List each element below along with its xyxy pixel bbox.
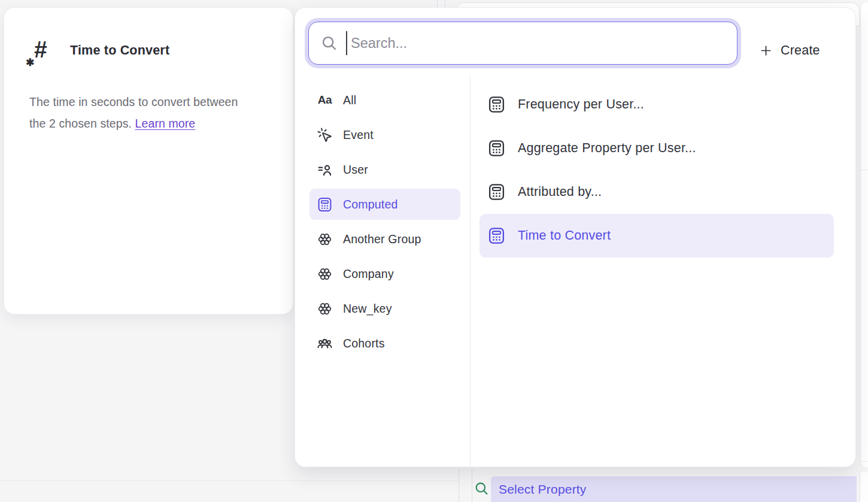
search-icon bbox=[321, 35, 338, 52]
background-divider bbox=[445, 0, 445, 7]
metric-item-time-to-convert[interactable]: Time to Convert bbox=[479, 214, 834, 258]
search-box bbox=[308, 22, 738, 65]
cohorts-icon bbox=[317, 335, 333, 352]
calculator-icon bbox=[487, 183, 506, 201]
tooltip-description-line1: The time in seconds to convert between bbox=[29, 95, 238, 108]
panel-divider bbox=[470, 75, 471, 467]
metric-item-frequency-per-user[interactable]: Frequency per User... bbox=[479, 83, 834, 126]
metric-item-list: Frequency per User... Aggregate Property… bbox=[479, 83, 834, 258]
calculator-icon bbox=[487, 139, 506, 158]
background-panel-corner bbox=[860, 472, 868, 502]
tooltip-title: Time to Convert bbox=[70, 43, 169, 58]
category-cohorts[interactable]: Cohorts bbox=[309, 328, 460, 359]
background-divider bbox=[472, 469, 472, 502]
text-cursor bbox=[346, 31, 347, 55]
metric-tooltip-card: #✱ Time to Convert The time in seconds t… bbox=[4, 7, 293, 314]
calculator-icon bbox=[487, 95, 506, 114]
aa-icon: Aa bbox=[317, 92, 333, 108]
property-search-icon bbox=[474, 481, 489, 496]
learn-more-link[interactable]: Learn more bbox=[135, 117, 196, 130]
category-all[interactable]: Aa All bbox=[309, 84, 460, 116]
background-divider bbox=[437, 0, 438, 7]
category-list: Aa All Event User Computed Another Group… bbox=[309, 84, 460, 362]
category-event[interactable]: Event bbox=[309, 119, 460, 150]
calculator-icon bbox=[487, 226, 506, 245]
numeric-hash-icon: #✱ bbox=[26, 35, 57, 68]
category-computed[interactable]: Computed bbox=[309, 189, 460, 220]
tooltip-description: The time in seconds to convert between t… bbox=[29, 92, 275, 134]
tooltip-description-line2: the 2 chosen steps. bbox=[29, 117, 132, 130]
background-divider bbox=[0, 480, 459, 481]
metric-item-aggregate-property-per-user[interactable]: Aggregate Property per User... bbox=[479, 126, 834, 170]
plus-icon bbox=[759, 44, 773, 58]
search-input[interactable] bbox=[351, 22, 729, 64]
category-company[interactable]: Company bbox=[309, 258, 460, 289]
background-right-panel bbox=[860, 2, 868, 467]
calculator-icon bbox=[317, 196, 333, 213]
group-icon bbox=[317, 231, 333, 247]
create-button[interactable]: Create bbox=[759, 40, 820, 61]
metric-item-attributed-by[interactable]: Attributed by... bbox=[479, 170, 834, 214]
metric-picker-dropdown: Create Aa All Event User Computed Anothe… bbox=[295, 7, 856, 467]
category-user[interactable]: User bbox=[309, 154, 460, 185]
category-another-group[interactable]: Another Group bbox=[309, 223, 460, 255]
select-property-label: Select Property bbox=[499, 482, 587, 497]
search-focus-ring bbox=[305, 18, 741, 68]
group-icon bbox=[317, 301, 333, 317]
category-new-key[interactable]: New_key bbox=[309, 293, 460, 324]
user-list-icon bbox=[317, 162, 333, 178]
select-property-field[interactable]: Select Property bbox=[491, 476, 857, 502]
group-icon bbox=[317, 266, 333, 282]
background-divider bbox=[459, 469, 459, 502]
cursor-click-icon bbox=[317, 127, 333, 143]
create-button-label: Create bbox=[781, 43, 820, 58]
